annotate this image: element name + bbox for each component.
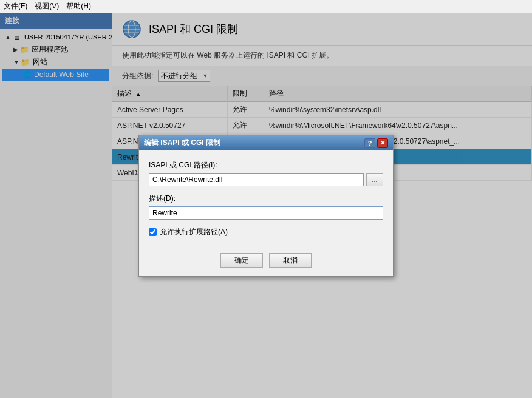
description-label: 描述(D): [149, 194, 383, 204]
allow-execute-checkbox[interactable] [149, 228, 157, 236]
description-input-row [149, 206, 383, 220]
checkbox-row: 允许执行扩展路径(A) [149, 227, 383, 237]
menu-view[interactable]: 视图(V) [35, 1, 59, 12]
menu-help[interactable]: 帮助(H) [66, 1, 91, 12]
path-input[interactable] [149, 173, 364, 186]
edit-dialog: 编辑 ISAPI 或 CGI 限制 ? ✕ ISAPI 或 CGI 路径(I):… [138, 135, 394, 277]
description-input[interactable] [149, 206, 383, 220]
cancel-button[interactable]: 取消 [269, 253, 312, 268]
description-group: 描述(D): [149, 194, 383, 220]
modal-overlay: 编辑 ISAPI 或 CGI 限制 ? ✕ ISAPI 或 CGI 路径(I):… [0, 13, 532, 398]
dialog-titlebar-buttons: ? ✕ [364, 138, 388, 148]
menu-file[interactable]: 文件(F) [4, 1, 27, 12]
dialog-body: ISAPI 或 CGI 路径(I): ... 描述(D): 允许执行扩展路径(A… [139, 150, 393, 247]
ok-button[interactable]: 确定 [220, 253, 263, 268]
checkbox-label: 允许执行扩展路径(A) [160, 227, 228, 237]
menu-bar: 文件(F) 视图(V) 帮助(H) [0, 0, 532, 13]
path-label: ISAPI 或 CGI 路径(I): [149, 160, 383, 170]
dialog-titlebar: 编辑 ISAPI 或 CGI 限制 ? ✕ [139, 135, 393, 150]
dialog-title: 编辑 ISAPI 或 CGI 限制 [144, 138, 220, 148]
dialog-footer: 确定 取消 [139, 247, 393, 276]
path-group: ISAPI 或 CGI 路径(I): ... [149, 160, 383, 186]
path-input-row: ... [149, 173, 383, 186]
dialog-help-button[interactable]: ? [364, 138, 375, 148]
browse-button[interactable]: ... [366, 173, 383, 186]
dialog-close-button[interactable]: ✕ [377, 138, 388, 148]
